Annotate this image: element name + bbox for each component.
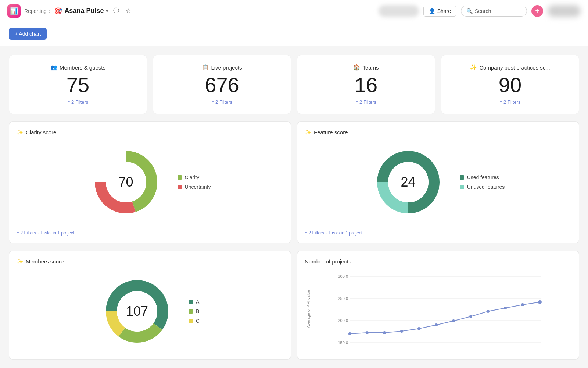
svg-text:200.0: 200.0: [338, 318, 348, 323]
members-value: 75: [67, 74, 89, 96]
legend-item-unused: Unused features: [460, 184, 505, 190]
info-button[interactable]: ⓘ: [112, 6, 121, 16]
members-legend: A B C: [189, 299, 200, 324]
filter-icon-bestpractices: ≡: [500, 100, 502, 104]
feature-icon: ✨: [305, 129, 312, 136]
liveprojects-title-text: Live projects: [211, 64, 242, 71]
clarity-score-card: ✨ Clarity score 70: [9, 121, 291, 243]
data-point: [400, 330, 403, 333]
members-filter-label: 2 Filters: [71, 99, 88, 105]
data-point: [383, 331, 386, 334]
add-chart-button[interactable]: + Add chart: [9, 28, 47, 40]
liveprojects-filter-label: 2 Filters: [215, 99, 232, 105]
bestpractices-icon: ✨: [470, 64, 477, 71]
data-point: [348, 332, 351, 335]
feature-legend: Used features Unused features: [460, 174, 505, 190]
chevron-down-icon: ▾: [106, 8, 108, 14]
uncertainty-dot: [178, 185, 182, 189]
clarity-center-value: 70: [119, 174, 133, 190]
data-point: [417, 327, 420, 330]
liveprojects-filter[interactable]: ≡ 2 Filters: [212, 99, 233, 105]
members-filter[interactable]: ≡ 2 Filters: [68, 99, 89, 105]
number-of-projects-card: Number of projects Average of KPI value …: [297, 251, 579, 360]
data-point: [521, 303, 524, 306]
add-chart-label: + Add chart: [15, 31, 41, 37]
search-box[interactable]: 🔍 Search: [461, 6, 527, 17]
data-point: [435, 323, 438, 326]
data-point: [487, 310, 490, 313]
stat-card-title-teams: 🏠 Teams: [353, 64, 379, 71]
clarity-legend: Clarity Uncertainty: [178, 174, 211, 190]
search-icon: 🔍: [466, 8, 473, 14]
data-point: [452, 319, 455, 322]
clarity-chart-content: 70 Clarity Uncertainty: [17, 142, 283, 223]
breadcrumb: Reporting ›: [24, 8, 50, 14]
members-icon: 👥: [50, 64, 57, 71]
stat-card-title-members: 👥 Members & guests: [50, 64, 105, 71]
feature-chart-content: 24 Used features Unused features: [305, 142, 571, 223]
feature-title: ✨ Feature score: [305, 129, 571, 136]
bottom-cards-grid: ✨ Members score 107: [9, 251, 579, 360]
teams-icon: 🏠: [353, 64, 360, 71]
teams-filter[interactable]: ≡ 2 Filters: [356, 99, 377, 105]
feature-separator: ·: [326, 230, 327, 236]
svg-text:250.0: 250.0: [338, 296, 348, 301]
feature-score-card: ✨ Feature score 24 Used feature: [297, 121, 579, 243]
unused-dot: [460, 185, 464, 189]
unused-legend-label: Unused features: [467, 184, 505, 190]
legend-item-used: Used features: [460, 174, 505, 180]
toolbar: + Add chart: [0, 22, 588, 46]
members-chart-content: 107 A B C: [17, 271, 283, 352]
filter-icon-clarity: ≡: [17, 231, 19, 235]
clarity-filter-label: 2 Filters: [20, 230, 36, 236]
stat-cards-grid: 👥 Members & guests 75 ≡ 2 Filters 📋 Live…: [9, 55, 579, 114]
stat-card-members: 👥 Members & guests 75 ≡ 2 Filters: [9, 55, 147, 114]
legend-item-clarity: Clarity: [178, 174, 211, 180]
filter-icon-feature: ≡: [305, 231, 307, 235]
bestpractices-filter[interactable]: ≡ 2 Filters: [500, 99, 521, 105]
search-placeholder: Search: [475, 8, 491, 14]
b-legend-label: B: [196, 308, 199, 314]
stat-card-liveprojects: 📋 Live projects 676 ≡ 2 Filters: [153, 55, 291, 114]
clarity-donut: 70: [89, 145, 163, 219]
c-legend-label: C: [196, 318, 200, 324]
app-header: 📊 Reporting › 🎯 Asana Pulse ▾ ⓘ ☆ 👤 Shar…: [0, 0, 588, 22]
members-score-icon: ✨: [17, 258, 24, 265]
data-point: [366, 331, 369, 334]
star-button[interactable]: ☆: [124, 6, 132, 16]
app-title[interactable]: 🎯 Asana Pulse ▾: [54, 7, 108, 15]
uncertainty-legend-label: Uncertainty: [185, 184, 211, 190]
used-dot: [460, 175, 464, 180]
header-left: 📊 Reporting › 🎯 Asana Pulse ▾ ⓘ ☆: [7, 4, 132, 18]
liveprojects-icon: 📋: [202, 64, 209, 71]
header-right: 👤 Share 🔍 Search +: [379, 5, 581, 17]
feature-donut: 24: [372, 145, 445, 219]
add-button[interactable]: +: [531, 5, 543, 17]
clarity-footer: ≡ 2 Filters · Tasks in 1 project: [17, 226, 283, 236]
main-content: 👥 Members & guests 75 ≡ 2 Filters 📋 Live…: [0, 46, 588, 368]
c-dot: [189, 319, 193, 323]
breadcrumb-label: Reporting: [24, 8, 47, 14]
members-center-value: 107: [126, 304, 148, 319]
feature-center-value: 24: [401, 174, 416, 190]
clarity-legend-label: Clarity: [185, 174, 200, 180]
line-chart-svg: 300.0 250.0 200.0 150.0: [312, 269, 571, 350]
stat-card-teams: 🏠 Teams 16 ≡ 2 Filters: [297, 55, 435, 114]
a-dot: [189, 300, 193, 304]
data-point: [504, 307, 507, 309]
clarity-icon: ✨: [17, 129, 24, 136]
svg-text:150.0: 150.0: [338, 340, 348, 345]
bestpractices-filter-label: 2 Filters: [503, 99, 520, 105]
members-score-title-text: Members score: [26, 258, 64, 265]
teams-title-text: Teams: [362, 64, 379, 71]
filter-icon-teams: ≡: [356, 100, 358, 104]
members-score-title: ✨ Members score: [17, 258, 283, 265]
data-point: [469, 315, 472, 318]
a-legend-label: A: [196, 299, 199, 305]
share-button[interactable]: 👤 Share: [423, 6, 456, 17]
liveprojects-value: 676: [205, 74, 239, 96]
legend-item-b: B: [189, 308, 200, 314]
used-legend-label: Used features: [467, 174, 499, 180]
app-emoji: 🎯: [54, 7, 62, 15]
feature-footer: ≡ 2 Filters · Tasks in 1 project: [305, 226, 571, 236]
